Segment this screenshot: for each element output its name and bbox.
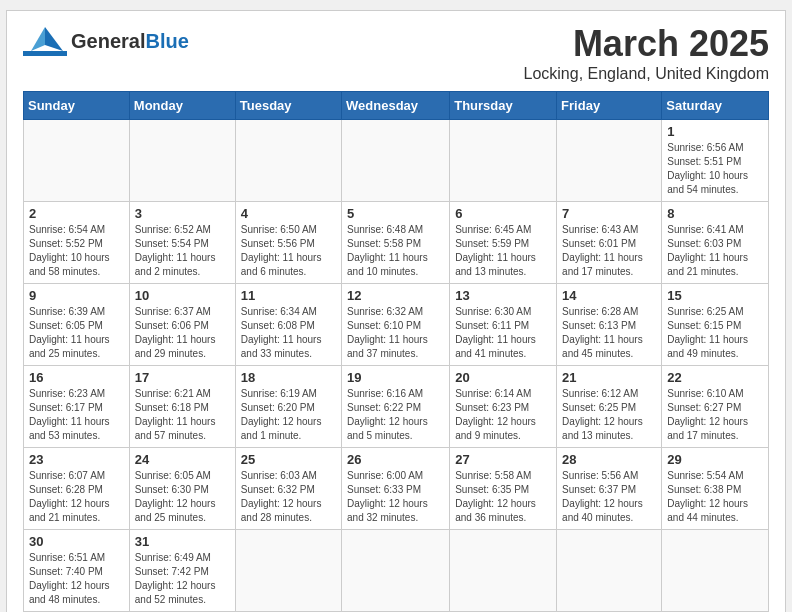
day-info: Sunrise: 6:52 AM Sunset: 5:54 PM Dayligh… — [135, 223, 230, 279]
table-row: 4Sunrise: 6:50 AM Sunset: 5:56 PM Daylig… — [235, 202, 341, 284]
table-row: 16Sunrise: 6:23 AM Sunset: 6:17 PM Dayli… — [24, 366, 130, 448]
day-number: 8 — [667, 206, 763, 221]
header-section: GeneralBlue March 2025 Locking, England,… — [23, 23, 769, 83]
calendar-container: GeneralBlue March 2025 Locking, England,… — [6, 10, 786, 612]
table-row — [342, 530, 450, 612]
day-number: 23 — [29, 452, 124, 467]
day-info: Sunrise: 6:37 AM Sunset: 6:06 PM Dayligh… — [135, 305, 230, 361]
table-row: 22Sunrise: 6:10 AM Sunset: 6:27 PM Dayli… — [662, 366, 769, 448]
table-row: 1Sunrise: 6:56 AM Sunset: 5:51 PM Daylig… — [662, 120, 769, 202]
day-info: Sunrise: 5:58 AM Sunset: 6:35 PM Dayligh… — [455, 469, 551, 525]
day-number: 24 — [135, 452, 230, 467]
month-title: March 2025 — [524, 23, 770, 65]
day-number: 19 — [347, 370, 444, 385]
day-info: Sunrise: 6:32 AM Sunset: 6:10 PM Dayligh… — [347, 305, 444, 361]
day-number: 21 — [562, 370, 656, 385]
day-info: Sunrise: 6:51 AM Sunset: 7:40 PM Dayligh… — [29, 551, 124, 607]
table-row — [450, 530, 557, 612]
day-info: Sunrise: 6:30 AM Sunset: 6:11 PM Dayligh… — [455, 305, 551, 361]
title-area: March 2025 Locking, England, United King… — [524, 23, 770, 83]
day-number: 12 — [347, 288, 444, 303]
header-saturday: Saturday — [662, 92, 769, 120]
day-number: 3 — [135, 206, 230, 221]
logo-icon — [23, 23, 67, 59]
day-number: 13 — [455, 288, 551, 303]
day-info: Sunrise: 6:00 AM Sunset: 6:33 PM Dayligh… — [347, 469, 444, 525]
day-info: Sunrise: 6:21 AM Sunset: 6:18 PM Dayligh… — [135, 387, 230, 443]
table-row: 19Sunrise: 6:16 AM Sunset: 6:22 PM Dayli… — [342, 366, 450, 448]
table-row: 18Sunrise: 6:19 AM Sunset: 6:20 PM Dayli… — [235, 366, 341, 448]
table-row: 2Sunrise: 6:54 AM Sunset: 5:52 PM Daylig… — [24, 202, 130, 284]
calendar-week-row: 1Sunrise: 6:56 AM Sunset: 5:51 PM Daylig… — [24, 120, 769, 202]
table-row: 15Sunrise: 6:25 AM Sunset: 6:15 PM Dayli… — [662, 284, 769, 366]
table-row: 26Sunrise: 6:00 AM Sunset: 6:33 PM Dayli… — [342, 448, 450, 530]
day-number: 29 — [667, 452, 763, 467]
header-monday: Monday — [129, 92, 235, 120]
day-number: 17 — [135, 370, 230, 385]
table-row: 29Sunrise: 5:54 AM Sunset: 6:38 PM Dayli… — [662, 448, 769, 530]
table-row: 30Sunrise: 6:51 AM Sunset: 7:40 PM Dayli… — [24, 530, 130, 612]
table-row — [235, 120, 341, 202]
logo-area: GeneralBlue — [23, 23, 189, 59]
day-info: Sunrise: 6:45 AM Sunset: 5:59 PM Dayligh… — [455, 223, 551, 279]
location-title: Locking, England, United Kingdom — [524, 65, 770, 83]
day-info: Sunrise: 5:56 AM Sunset: 6:37 PM Dayligh… — [562, 469, 656, 525]
table-row: 17Sunrise: 6:21 AM Sunset: 6:18 PM Dayli… — [129, 366, 235, 448]
table-row: 31Sunrise: 6:49 AM Sunset: 7:42 PM Dayli… — [129, 530, 235, 612]
day-info: Sunrise: 6:25 AM Sunset: 6:15 PM Dayligh… — [667, 305, 763, 361]
day-info: Sunrise: 6:43 AM Sunset: 6:01 PM Dayligh… — [562, 223, 656, 279]
table-row — [557, 530, 662, 612]
table-row: 7Sunrise: 6:43 AM Sunset: 6:01 PM Daylig… — [557, 202, 662, 284]
table-row — [235, 530, 341, 612]
day-info: Sunrise: 6:19 AM Sunset: 6:20 PM Dayligh… — [241, 387, 336, 443]
day-number: 31 — [135, 534, 230, 549]
calendar-week-row: 2Sunrise: 6:54 AM Sunset: 5:52 PM Daylig… — [24, 202, 769, 284]
table-row — [342, 120, 450, 202]
header-thursday: Thursday — [450, 92, 557, 120]
day-number: 20 — [455, 370, 551, 385]
day-number: 27 — [455, 452, 551, 467]
day-number: 22 — [667, 370, 763, 385]
day-number: 26 — [347, 452, 444, 467]
day-number: 18 — [241, 370, 336, 385]
table-row: 13Sunrise: 6:30 AM Sunset: 6:11 PM Dayli… — [450, 284, 557, 366]
header-sunday: Sunday — [24, 92, 130, 120]
table-row: 10Sunrise: 6:37 AM Sunset: 6:06 PM Dayli… — [129, 284, 235, 366]
day-number: 1 — [667, 124, 763, 139]
table-row: 24Sunrise: 6:05 AM Sunset: 6:30 PM Dayli… — [129, 448, 235, 530]
logo-blue: Blue — [145, 30, 188, 52]
day-number: 10 — [135, 288, 230, 303]
day-info: Sunrise: 6:49 AM Sunset: 7:42 PM Dayligh… — [135, 551, 230, 607]
table-row: 5Sunrise: 6:48 AM Sunset: 5:58 PM Daylig… — [342, 202, 450, 284]
day-number: 9 — [29, 288, 124, 303]
calendar-table: Sunday Monday Tuesday Wednesday Thursday… — [23, 91, 769, 612]
day-number: 16 — [29, 370, 124, 385]
table-row: 6Sunrise: 6:45 AM Sunset: 5:59 PM Daylig… — [450, 202, 557, 284]
table-row — [662, 530, 769, 612]
table-row: 9Sunrise: 6:39 AM Sunset: 6:05 PM Daylig… — [24, 284, 130, 366]
day-info: Sunrise: 6:16 AM Sunset: 6:22 PM Dayligh… — [347, 387, 444, 443]
table-row: 27Sunrise: 5:58 AM Sunset: 6:35 PM Dayli… — [450, 448, 557, 530]
day-number: 28 — [562, 452, 656, 467]
day-info: Sunrise: 6:56 AM Sunset: 5:51 PM Dayligh… — [667, 141, 763, 197]
day-info: Sunrise: 6:50 AM Sunset: 5:56 PM Dayligh… — [241, 223, 336, 279]
day-number: 25 — [241, 452, 336, 467]
table-row — [450, 120, 557, 202]
table-row: 25Sunrise: 6:03 AM Sunset: 6:32 PM Dayli… — [235, 448, 341, 530]
day-info: Sunrise: 6:39 AM Sunset: 6:05 PM Dayligh… — [29, 305, 124, 361]
day-info: Sunrise: 6:34 AM Sunset: 6:08 PM Dayligh… — [241, 305, 336, 361]
day-info: Sunrise: 6:12 AM Sunset: 6:25 PM Dayligh… — [562, 387, 656, 443]
svg-rect-3 — [23, 51, 67, 56]
day-info: Sunrise: 6:14 AM Sunset: 6:23 PM Dayligh… — [455, 387, 551, 443]
day-info: Sunrise: 6:07 AM Sunset: 6:28 PM Dayligh… — [29, 469, 124, 525]
day-number: 14 — [562, 288, 656, 303]
day-info: Sunrise: 6:05 AM Sunset: 6:30 PM Dayligh… — [135, 469, 230, 525]
day-number: 5 — [347, 206, 444, 221]
day-info: Sunrise: 6:10 AM Sunset: 6:27 PM Dayligh… — [667, 387, 763, 443]
table-row: 8Sunrise: 6:41 AM Sunset: 6:03 PM Daylig… — [662, 202, 769, 284]
table-row: 21Sunrise: 6:12 AM Sunset: 6:25 PM Dayli… — [557, 366, 662, 448]
day-info: Sunrise: 6:54 AM Sunset: 5:52 PM Dayligh… — [29, 223, 124, 279]
calendar-week-row: 23Sunrise: 6:07 AM Sunset: 6:28 PM Dayli… — [24, 448, 769, 530]
calendar-week-row: 16Sunrise: 6:23 AM Sunset: 6:17 PM Dayli… — [24, 366, 769, 448]
header-wednesday: Wednesday — [342, 92, 450, 120]
